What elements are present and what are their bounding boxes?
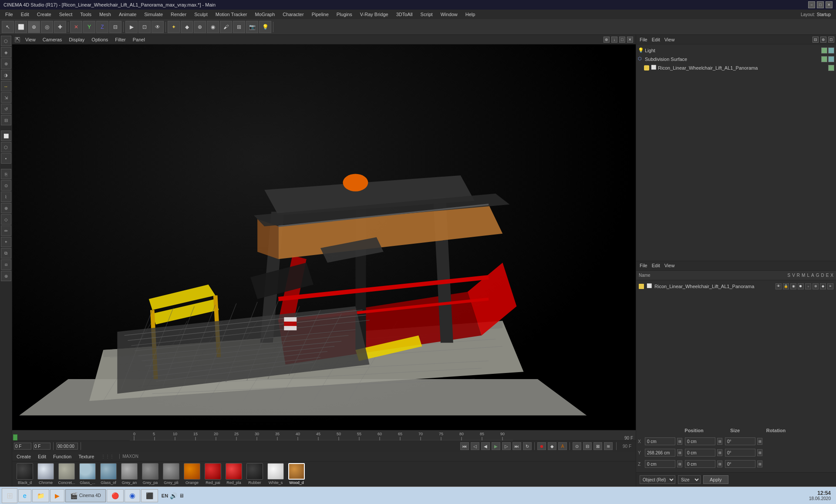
om-icon1[interactable]: ⊟: [812, 37, 819, 43]
menu-render[interactable]: Render: [167, 11, 190, 18]
tool-grid[interactable]: ⊞: [233, 21, 245, 33]
om-vis-subdiv[interactable]: [821, 56, 827, 62]
side-bevel-tool[interactable]: ◇: [1, 214, 11, 225]
om-render-subdiv[interactable]: [828, 56, 834, 62]
menu-mesh[interactable]: Mesh: [96, 11, 115, 18]
menu-create[interactable]: Create: [34, 11, 55, 18]
side-measure-tool[interactable]: ⌖: [1, 237, 11, 247]
mat-item-wood[interactable]: Wood_d: [287, 463, 306, 485]
am-icon-info[interactable]: ≡: [827, 283, 833, 289]
apply-button[interactable]: Apply: [703, 475, 728, 484]
mat-item-glass2[interactable]: Glass_of: [99, 463, 118, 485]
mat-menu-edit[interactable]: Edit: [36, 454, 48, 459]
mat-item-grayan[interactable]: Grey_an: [120, 463, 138, 485]
position-y-input[interactable]: [645, 449, 675, 457]
auto-key-button[interactable]: A: [558, 442, 567, 450]
frame-start-input[interactable]: [14, 443, 31, 450]
side-select-all[interactable]: ⊟: [1, 115, 11, 125]
vp-menu-filter[interactable]: Filter: [113, 37, 127, 42]
pos-x-lock[interactable]: ⊟: [677, 438, 682, 445]
menu-character[interactable]: Character: [279, 11, 307, 18]
current-time-input[interactable]: [56, 443, 78, 450]
am-icon-tag[interactable]: ⊕: [812, 283, 819, 289]
mat-item-chrome[interactable]: Chrome: [37, 463, 55, 485]
size-z-input[interactable]: [685, 460, 715, 468]
taskbar-cinema4d[interactable]: 🎬 Cinema 4D: [65, 489, 106, 502]
menu-edit[interactable]: Edit: [17, 11, 33, 18]
rot-p-lock[interactable]: ⊟: [757, 449, 762, 456]
mat-item-redpla[interactable]: Red_pla: [225, 463, 243, 485]
vp-menu-display[interactable]: Display: [67, 37, 86, 42]
rot-b-input[interactable]: [725, 460, 755, 468]
size-mode-select[interactable]: Size Scale: [678, 475, 701, 484]
prev-frame-button[interactable]: ◁: [471, 442, 479, 450]
taskbar-ie[interactable]: e: [18, 489, 31, 502]
om-menu-file[interactable]: File: [638, 37, 649, 42]
side-weld-tool[interactable]: ⧉: [1, 248, 11, 259]
side-clone-tool[interactable]: ⧈: [1, 259, 11, 270]
om-row-ricon[interactable]: ⬜ Ricon_Linear_Wheelchair_Lift_AL1_Panor…: [636, 64, 836, 72]
om-row-light[interactable]: 💡 Light: [636, 46, 836, 55]
menu-motion-tracker[interactable]: Motion Tracker: [212, 11, 251, 18]
menu-help[interactable]: Help: [462, 11, 479, 18]
timeline-ruler[interactable]: 0 5 10 15 20 25: [12, 430, 636, 441]
rot-h-lock[interactable]: ⊟: [757, 438, 762, 445]
mat-item-rubber[interactable]: Rubber: [246, 463, 264, 485]
rot-h-input[interactable]: [725, 437, 755, 445]
pos-y-lock[interactable]: ⊟: [677, 449, 682, 456]
om-menu-view[interactable]: View: [663, 37, 677, 42]
am-icon-anim[interactable]: ⏺: [798, 283, 804, 289]
menu-3dtoall[interactable]: 3DToAll: [393, 11, 416, 18]
record-button[interactable]: ⏺: [537, 442, 546, 450]
mat-item-concrete[interactable]: Concret...: [57, 463, 76, 485]
am-icon-key[interactable]: ⬦: [805, 283, 811, 289]
tool-soft[interactable]: ◉: [207, 21, 219, 33]
mat-item-whites[interactable]: White_s: [266, 463, 285, 485]
tool-ring[interactable]: ◎: [41, 21, 53, 33]
side-knife-tool[interactable]: ⎘: [1, 169, 11, 179]
am-menu-file[interactable]: File: [638, 263, 649, 268]
viewport-expand-icon[interactable]: ⇱: [15, 37, 20, 42]
tool-render3[interactable]: 👁: [152, 21, 164, 33]
size-x-lock[interactable]: ⊟: [717, 438, 722, 445]
side-extrude-tool[interactable]: ⊕: [1, 203, 11, 213]
vp-menu-panel[interactable]: Panel: [131, 37, 147, 42]
menu-simulate[interactable]: Simulate: [141, 11, 166, 18]
am-icon-eye[interactable]: 👁: [775, 283, 782, 289]
side-bridge-tool[interactable]: ⌇: [1, 192, 11, 202]
tool-render1[interactable]: ▶: [125, 21, 138, 33]
go-start-button[interactable]: ⏮: [460, 442, 469, 450]
tool-cursor[interactable]: ⊕: [194, 21, 206, 33]
taskbar-explorer[interactable]: 📁: [32, 489, 49, 502]
om-vis-ricon[interactable]: [828, 65, 834, 71]
viewport-icon2[interactable]: ↓: [611, 37, 617, 43]
mat-item-orange[interactable]: Orange: [183, 463, 201, 485]
am-icon-lock[interactable]: 🔒: [783, 283, 789, 289]
mat-menu-create[interactable]: Create: [15, 454, 33, 459]
mat-menu-function[interactable]: Function: [51, 454, 73, 459]
tool-magnet[interactable]: ◆: [181, 21, 193, 33]
position-z-input[interactable]: [645, 460, 675, 468]
mat-item-black[interactable]: Black_d: [16, 463, 34, 485]
size-z-lock[interactable]: ⊟: [717, 460, 722, 467]
side-model-tool[interactable]: ⬡: [1, 36, 11, 46]
viewport-icon4[interactable]: ✕: [627, 37, 633, 43]
go-end-button[interactable]: ⏭: [512, 442, 521, 450]
vp-menu-cameras[interactable]: Cameras: [41, 37, 64, 42]
am-icon-render[interactable]: ◉: [790, 283, 796, 289]
size-x-input[interactable]: [685, 437, 715, 445]
tool-z[interactable]: Z: [96, 21, 108, 33]
vp-menu-options[interactable]: Options: [90, 37, 110, 42]
mat-menu-texture[interactable]: Texture: [77, 454, 96, 459]
am-selected-object[interactable]: ⬜ Ricon_Linear_Wheelchair_Lift_AL1_Panor…: [638, 282, 834, 291]
minimize-button[interactable]: −: [808, 1, 815, 8]
side-uv-tool[interactable]: ◈: [1, 47, 11, 57]
viewport-icon1[interactable]: ⊕: [603, 37, 610, 43]
menu-animate[interactable]: Animate: [115, 11, 140, 18]
tool-y[interactable]: Y: [83, 21, 95, 33]
pos-z-lock[interactable]: ⊟: [677, 460, 682, 467]
curve-button[interactable]: ≋: [604, 442, 613, 450]
menu-select[interactable]: Select: [56, 11, 76, 18]
tool-light2[interactable]: 💡: [259, 21, 271, 33]
viewport-icon3[interactable]: □: [619, 37, 625, 43]
